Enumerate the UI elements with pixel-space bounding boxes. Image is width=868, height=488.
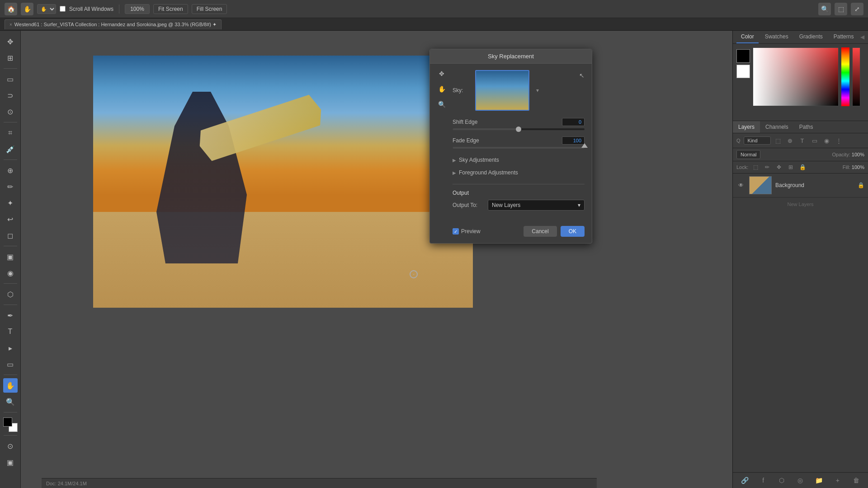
sky-dropdown-arrow[interactable]: ▾ bbox=[534, 87, 541, 94]
lasso-tool-button[interactable]: ⊃ bbox=[3, 88, 18, 103]
toolbar-separator-4 bbox=[4, 246, 17, 246]
color-brightness-bar[interactable] bbox=[852, 47, 860, 106]
layers-tab-channels[interactable]: Channels bbox=[760, 121, 794, 133]
background-swatch-large[interactable] bbox=[736, 65, 750, 78]
output-to-dropdown[interactable]: New Layers ▾ bbox=[488, 200, 585, 211]
color-gradient-picker[interactable] bbox=[753, 47, 839, 106]
clone-stamp-button[interactable]: ✦ bbox=[3, 196, 18, 210]
layer-item-background[interactable]: 👁 Background 🔒 bbox=[733, 174, 868, 197]
shape-tool-button[interactable]: ▭ bbox=[3, 357, 18, 371]
toolbar-separator-1 bbox=[4, 68, 17, 69]
layer-adjustment-button[interactable]: ◎ bbox=[792, 475, 808, 486]
hand-tool-icon[interactable]: ✋ bbox=[21, 3, 33, 15]
fill-screen-button[interactable]: Fill Screen bbox=[192, 4, 227, 14]
layer-group-button[interactable]: 📁 bbox=[811, 475, 827, 486]
hand-tool-button[interactable]: ✋ bbox=[3, 378, 18, 393]
quick-select-button[interactable]: ⊙ bbox=[3, 104, 18, 119]
zoom-tool-button[interactable]: 🔍 bbox=[3, 394, 18, 409]
filter-smart-icon[interactable]: ◉ bbox=[822, 136, 832, 145]
crop-tool-button[interactable]: ⌗ bbox=[3, 126, 18, 140]
sky-preview-thumbnail[interactable] bbox=[475, 70, 529, 111]
color-tab-gradients[interactable]: Gradients bbox=[795, 31, 827, 43]
shift-edge-value[interactable]: 0 bbox=[562, 118, 585, 126]
eyedropper-button[interactable]: 💉 bbox=[3, 142, 18, 156]
quick-mask-button[interactable]: ⊙ bbox=[3, 439, 18, 453]
color-panel-collapse[interactable]: ◀ bbox=[860, 34, 864, 40]
type-tool-button[interactable]: T bbox=[3, 324, 18, 339]
shift-edge-row: Shift Edge 0 bbox=[453, 118, 585, 130]
move-tool-button[interactable]: ✥ bbox=[3, 34, 18, 49]
dodge-tool-button[interactable]: ⬡ bbox=[3, 287, 18, 301]
history-brush-button[interactable]: ↩ bbox=[3, 212, 18, 226]
gradient-tool-button[interactable]: ▣ bbox=[3, 249, 18, 264]
layer-thumbnail bbox=[749, 176, 772, 194]
path-select-button[interactable]: ▸ bbox=[3, 341, 18, 355]
lock-position-button[interactable]: ✥ bbox=[774, 163, 783, 172]
screen-mode-button[interactable]: ▣ bbox=[3, 455, 18, 469]
sky-dialog-title: Sky Replacement bbox=[430, 49, 592, 64]
color-spectrum-bar[interactable] bbox=[841, 47, 849, 106]
shift-edge-track[interactable] bbox=[453, 128, 585, 130]
layer-mask-button[interactable]: ⬡ bbox=[774, 475, 790, 486]
marquee-tool-button[interactable]: ▭ bbox=[3, 72, 18, 86]
layers-tab-layers[interactable]: Layers bbox=[733, 121, 760, 133]
dialog-zoom-tool[interactable]: 🔍 bbox=[435, 98, 448, 111]
opacity-value[interactable]: 100% bbox=[852, 152, 864, 157]
layers-tab-paths[interactable]: Paths bbox=[794, 121, 819, 133]
color-tab-swatches[interactable]: Swatches bbox=[760, 31, 793, 43]
layer-new-button[interactable]: + bbox=[830, 475, 846, 486]
filter-shape-icon[interactable]: ▭ bbox=[810, 136, 820, 145]
fade-edge-track[interactable] bbox=[453, 147, 585, 149]
eraser-tool-button[interactable]: ◻ bbox=[3, 228, 18, 243]
lock-paint-button[interactable]: ✏ bbox=[763, 163, 772, 172]
preview-checkbox[interactable]: ✓ bbox=[453, 228, 459, 235]
separator-1 bbox=[119, 5, 119, 14]
maximize-icon[interactable]: ⤢ bbox=[851, 3, 863, 15]
filter-pixel-icon[interactable]: ⬚ bbox=[773, 136, 783, 145]
ok-button[interactable]: OK bbox=[561, 226, 585, 237]
filter-kind-label: Q bbox=[736, 138, 741, 143]
filter-type-icon[interactable]: T bbox=[797, 136, 807, 145]
lock-all-button[interactable]: 🔒 bbox=[798, 163, 807, 172]
fade-edge-thumb[interactable] bbox=[581, 143, 588, 148]
filter-kind-input[interactable]: Kind bbox=[744, 136, 771, 145]
filter-options-icon[interactable]: ⋮ bbox=[834, 136, 844, 145]
layer-delete-button[interactable]: 🗑 bbox=[848, 475, 864, 486]
color-swatches[interactable] bbox=[3, 418, 18, 432]
workspace-icon[interactable]: ⬚ bbox=[835, 3, 847, 15]
filter-adjustment-icon[interactable]: ⊕ bbox=[785, 136, 795, 145]
blend-mode-dropdown[interactable]: Normal bbox=[736, 150, 760, 159]
shift-edge-thumb[interactable] bbox=[516, 127, 521, 132]
dialog-move-tool[interactable]: ✥ bbox=[435, 67, 448, 80]
document-tab[interactable]: × Westend61 : Surfer_VISTA Collection : … bbox=[5, 19, 222, 29]
foreground-swatch-large[interactable] bbox=[736, 49, 750, 63]
lock-pixels-button[interactable]: ⬚ bbox=[751, 163, 760, 172]
fill-value[interactable]: 100% bbox=[852, 164, 864, 170]
search-icon[interactable]: 🔍 bbox=[818, 3, 831, 15]
brush-tool-button[interactable]: ✏ bbox=[3, 179, 18, 194]
healing-brush-button[interactable]: ⊕ bbox=[3, 163, 18, 178]
color-tab-patterns[interactable]: Patterns bbox=[829, 31, 859, 43]
foreground-color-swatch[interactable] bbox=[3, 418, 12, 427]
home-icon[interactable]: 🏠 bbox=[5, 3, 17, 15]
layer-visibility-icon[interactable]: 👁 bbox=[736, 181, 745, 190]
lock-artboards-button[interactable]: ⊞ bbox=[786, 163, 795, 172]
blur-tool-button[interactable]: ◉ bbox=[3, 266, 18, 280]
layer-link-button[interactable]: 🔗 bbox=[736, 475, 753, 486]
color-tab-color[interactable]: Color bbox=[736, 31, 759, 43]
zoom-input[interactable]: 100% bbox=[125, 4, 150, 14]
foreground-adjustments-header[interactable]: ▶ Foreground Adjustments bbox=[453, 168, 585, 178]
layer-fx-button[interactable]: f bbox=[755, 475, 771, 486]
cancel-button[interactable]: Cancel bbox=[524, 226, 557, 237]
fit-screen-button[interactable]: Fit Screen bbox=[153, 4, 188, 14]
scroll-all-windows-checkbox[interactable] bbox=[60, 6, 66, 12]
canvas-area[interactable]: + Sky Replacement ✥ ✋ 🔍 ↖ Sky: ▾ bbox=[21, 31, 732, 488]
dialog-hand-tool[interactable]: ✋ bbox=[435, 83, 448, 95]
hand-options-dropdown[interactable]: ✋ bbox=[37, 4, 56, 14]
tab-close-icon[interactable]: × bbox=[9, 22, 12, 27]
artboard-tool-button[interactable]: ⊞ bbox=[3, 51, 18, 65]
output-dropdown-arrow: ▾ bbox=[578, 202, 580, 208]
pen-tool-button[interactable]: ✒ bbox=[3, 308, 18, 323]
sky-adjustments-header[interactable]: ▶ Sky Adjustments bbox=[453, 155, 585, 165]
foreground-adjustments-section: ▶ Foreground Adjustments bbox=[453, 168, 585, 178]
